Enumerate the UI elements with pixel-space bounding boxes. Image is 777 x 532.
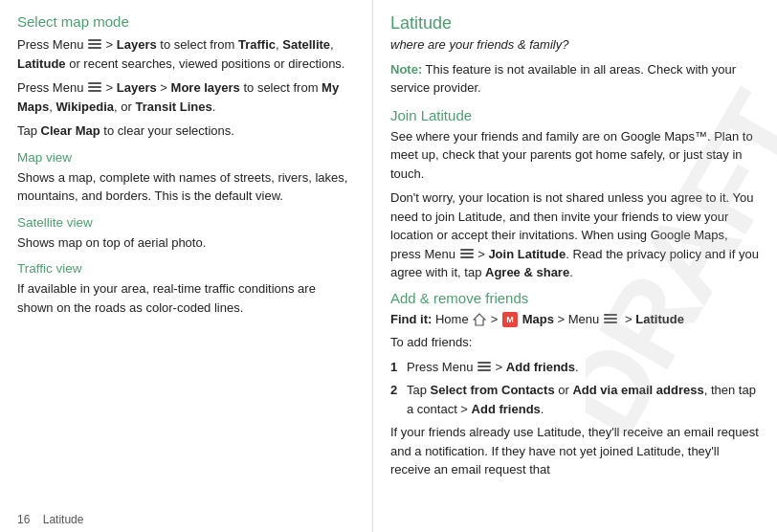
add-remove-section: Add & remove friends Find it: Home > M M… [390,290,760,479]
agree-share-label: Agree & share [485,265,569,279]
latitude-nav-label: Latitude [635,312,684,326]
traffic-view-section: Traffic view If available in your area, … [17,261,355,317]
right-column: Latitude where are your friends & family… [373,0,777,532]
step-1-text: Press Menu > Add friends. [407,358,579,377]
menu-icon-1 [88,39,101,50]
select-map-mode-heading: Select map mode [17,13,355,30]
map-view-para: Shows a map, complete with names of stre… [17,168,355,206]
select-map-mode-para3: Tap Clear Map to clear your selections. [17,122,355,141]
select-contacts-label: Select from Contacts [431,383,555,397]
join-latitude-para1: See where your friends and family are on… [390,127,760,184]
step-1-num: 1 [390,358,402,377]
traffic-view-para: If available in your area, real-time tra… [17,279,355,317]
traffic-label: Traffic [238,37,276,52]
join-latitude-para2: Don't worry, your location is not shared… [390,188,760,282]
satellite-view-para: Shows map on top of aerial photo. [17,233,355,253]
menu-icon-2 [88,82,101,93]
layers-label-2: Layers [117,80,157,95]
add-remove-heading: Add & remove friends [390,290,760,306]
wikipedia-label: Wikipedia [56,100,114,114]
step-2-num: 2 [390,381,402,418]
satellite-view-section: Satellite view Shows map on top of aeria… [17,215,355,253]
find-it-line: Find it: Home > M Maps > Menu > Latitude [390,310,760,329]
last-para: If your friends already use Latitude, th… [390,423,760,479]
more-layers-label: More layers [171,80,240,95]
latitude-section: Latitude where are your friends & family… [390,13,760,98]
maps-label: Maps [522,312,554,326]
page-wrapper: DRAFT Select map mode Press Menu > Layer… [0,0,777,532]
join-latitude-label: Join Latitude [488,247,566,261]
page-label: Latitude [43,513,84,526]
latitude-note: Note: This feature is not available in a… [390,60,760,98]
page-number: 16 [17,513,30,526]
add-friends-label: Add friends [506,360,575,374]
map-view-heading: Map view [17,150,355,165]
page-footer: 16 Latitude [17,513,83,526]
traffic-view-heading: Traffic view [17,261,355,276]
find-it-label: Find it: [390,312,432,326]
join-latitude-section: Join Latitude See where your friends and… [390,107,760,282]
left-column: Select map mode Press Menu > Layers to s… [0,0,373,532]
home-icon [473,313,486,326]
steps-list: 1 Press Menu > Add friends. 2 Tap Select… [390,358,760,419]
step-2-text: Tap Select from Contacts or Add via emai… [407,381,760,418]
add-friends-label-2: Add friends [472,402,541,416]
latitude-label-ref: Latitude [17,56,66,71]
add-via-email-label: Add via email address [572,383,703,397]
to-add-friends-label: To add friends: [390,333,760,352]
map-view-section: Map view Shows a map, complete with name… [17,150,355,206]
note-label: Note: [390,62,422,77]
select-map-mode-para1: Press Menu > Layers to select from Traff… [17,35,355,73]
svg-marker-0 [474,314,485,325]
latitude-heading: Latitude [390,13,760,33]
join-latitude-heading: Join Latitude [390,107,760,123]
note-text: This feature is not available in all are… [390,62,736,96]
satellite-view-heading: Satellite view [17,215,355,230]
select-map-mode-para2: Press Menu > Layers > More layers to sel… [17,78,355,116]
latitude-subheading: where are your friends & family? [390,35,760,55]
select-map-mode-section: Select map mode Press Menu > Layers to s… [17,13,355,141]
clear-map-label: Clear Map [41,123,100,138]
menu-icon-4 [604,314,617,324]
maps-icon: M [502,312,518,327]
menu-icon-3 [460,249,474,259]
satellite-label: Satellite [282,37,330,52]
menu-icon-5 [477,362,491,372]
layers-label-1: Layers [117,37,157,52]
step-2: 2 Tap Select from Contacts or Add via em… [390,381,760,418]
step-1: 1 Press Menu > Add friends. [390,358,760,377]
transit-lines-label: Transit Lines [135,100,211,114]
